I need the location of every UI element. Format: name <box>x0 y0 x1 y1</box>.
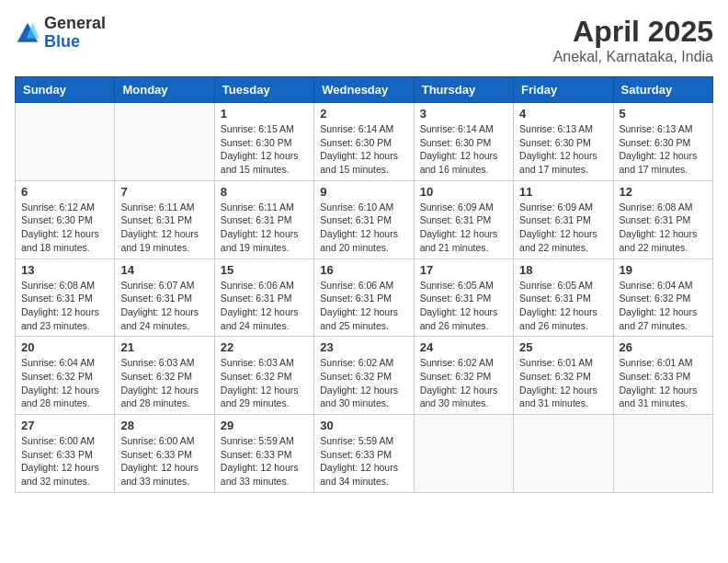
logo: General Blue <box>15 15 106 52</box>
day-info: Sunrise: 6:14 AM Sunset: 6:30 PM Dayligh… <box>420 122 507 177</box>
weekday-header-cell: Sunday <box>16 77 115 103</box>
calendar-week-row: 1Sunrise: 6:15 AM Sunset: 6:30 PM Daylig… <box>16 103 713 181</box>
calendar-day-cell: 1Sunrise: 6:15 AM Sunset: 6:30 PM Daylig… <box>214 103 313 181</box>
calendar-week-row: 13Sunrise: 6:08 AM Sunset: 6:31 PM Dayli… <box>16 259 713 337</box>
day-info: Sunrise: 6:09 AM Sunset: 6:31 PM Dayligh… <box>519 201 607 255</box>
calendar-day-cell: 19Sunrise: 6:04 AM Sunset: 6:32 PM Dayli… <box>613 259 712 337</box>
day-number: 16 <box>320 263 407 277</box>
day-info: Sunrise: 6:01 AM Sunset: 6:32 PM Dayligh… <box>519 356 607 410</box>
day-info: Sunrise: 6:13 AM Sunset: 6:30 PM Dayligh… <box>620 122 707 177</box>
day-info: Sunrise: 6:03 AM Sunset: 6:32 PM Dayligh… <box>120 356 208 410</box>
day-number: 14 <box>120 263 208 277</box>
day-info: Sunrise: 6:08 AM Sunset: 6:31 PM Dayligh… <box>620 201 707 255</box>
calendar-day-cell: 29Sunrise: 5:59 AM Sunset: 6:33 PM Dayli… <box>214 415 313 493</box>
day-number: 8 <box>221 185 308 199</box>
day-number: 3 <box>420 107 507 121</box>
calendar-day-cell: 4Sunrise: 6:13 AM Sunset: 6:30 PM Daylig… <box>514 103 613 181</box>
calendar-day-cell: 15Sunrise: 6:06 AM Sunset: 6:31 PM Dayli… <box>214 259 313 337</box>
weekday-header-cell: Friday <box>514 77 613 103</box>
weekday-header-cell: Tuesday <box>214 77 313 103</box>
day-info: Sunrise: 6:05 AM Sunset: 6:31 PM Dayligh… <box>420 279 507 333</box>
calendar-day-cell: 24Sunrise: 6:02 AM Sunset: 6:32 PM Dayli… <box>414 337 513 415</box>
day-number: 1 <box>221 107 308 121</box>
day-number: 9 <box>320 185 407 199</box>
day-info: Sunrise: 6:15 AM Sunset: 6:30 PM Dayligh… <box>221 122 308 177</box>
calendar-day-cell: 14Sunrise: 6:07 AM Sunset: 6:31 PM Dayli… <box>115 259 214 337</box>
calendar-day-cell: 5Sunrise: 6:13 AM Sunset: 6:30 PM Daylig… <box>613 103 712 181</box>
calendar-day-cell: 28Sunrise: 6:00 AM Sunset: 6:33 PM Dayli… <box>115 415 214 493</box>
day-number: 5 <box>620 107 707 121</box>
weekday-header-cell: Saturday <box>613 77 712 103</box>
day-number: 30 <box>320 419 407 432</box>
day-number: 13 <box>21 263 108 277</box>
page-header: General Blue April 2025 Anekal, Karnatak… <box>15 15 713 65</box>
day-number: 17 <box>420 263 507 277</box>
day-info: Sunrise: 6:12 AM Sunset: 6:30 PM Dayligh… <box>21 201 108 255</box>
weekday-header-row: SundayMondayTuesdayWednesdayThursdayFrid… <box>16 77 713 103</box>
day-number: 25 <box>519 340 607 354</box>
day-info: Sunrise: 6:07 AM Sunset: 6:31 PM Dayligh… <box>120 279 208 333</box>
day-number: 18 <box>519 263 607 277</box>
day-info: Sunrise: 6:03 AM Sunset: 6:32 PM Dayligh… <box>221 356 308 410</box>
calendar-day-cell: 20Sunrise: 6:04 AM Sunset: 6:32 PM Dayli… <box>16 337 115 415</box>
day-number: 21 <box>120 340 208 354</box>
day-number: 15 <box>221 263 308 277</box>
calendar-day-cell: 12Sunrise: 6:08 AM Sunset: 6:31 PM Dayli… <box>613 180 712 259</box>
day-number: 10 <box>420 185 507 199</box>
day-info: Sunrise: 6:14 AM Sunset: 6:30 PM Dayligh… <box>320 122 407 177</box>
day-info: Sunrise: 6:02 AM Sunset: 6:32 PM Dayligh… <box>420 356 507 410</box>
day-info: Sunrise: 6:09 AM Sunset: 6:31 PM Dayligh… <box>420 201 507 255</box>
logo-blue-text: Blue <box>44 32 80 51</box>
day-info: Sunrise: 6:06 AM Sunset: 6:31 PM Dayligh… <box>221 279 308 333</box>
logo-icon <box>15 20 40 46</box>
calendar-day-cell: 6Sunrise: 6:12 AM Sunset: 6:30 PM Daylig… <box>16 180 115 259</box>
calendar-day-cell: 23Sunrise: 6:02 AM Sunset: 6:32 PM Dayli… <box>314 337 414 415</box>
day-info: Sunrise: 6:08 AM Sunset: 6:31 PM Dayligh… <box>21 279 108 333</box>
calendar-body: 1Sunrise: 6:15 AM Sunset: 6:30 PM Daylig… <box>16 103 713 493</box>
day-number: 7 <box>120 185 208 199</box>
calendar-day-cell: 10Sunrise: 6:09 AM Sunset: 6:31 PM Dayli… <box>414 180 513 259</box>
day-info: Sunrise: 5:59 AM Sunset: 6:33 PM Dayligh… <box>221 434 308 488</box>
weekday-header-cell: Monday <box>115 77 214 103</box>
calendar-week-row: 20Sunrise: 6:04 AM Sunset: 6:32 PM Dayli… <box>16 337 713 415</box>
day-info: Sunrise: 6:11 AM Sunset: 6:31 PM Dayligh… <box>120 201 208 255</box>
calendar-day-cell <box>514 415 613 493</box>
logo-general-text: General <box>44 14 106 32</box>
day-info: Sunrise: 6:10 AM Sunset: 6:31 PM Dayligh… <box>320 201 407 255</box>
day-number: 24 <box>420 340 507 354</box>
calendar-day-cell: 11Sunrise: 6:09 AM Sunset: 6:31 PM Dayli… <box>514 180 613 259</box>
calendar-week-row: 27Sunrise: 6:00 AM Sunset: 6:33 PM Dayli… <box>16 415 713 493</box>
day-info: Sunrise: 6:01 AM Sunset: 6:33 PM Dayligh… <box>620 356 707 410</box>
day-info: Sunrise: 6:04 AM Sunset: 6:32 PM Dayligh… <box>21 356 108 410</box>
day-number: 28 <box>120 419 208 432</box>
day-number: 2 <box>320 107 407 121</box>
day-info: Sunrise: 6:02 AM Sunset: 6:32 PM Dayligh… <box>320 356 407 410</box>
day-info: Sunrise: 5:59 AM Sunset: 6:33 PM Dayligh… <box>320 434 407 488</box>
day-number: 29 <box>221 419 308 432</box>
calendar-day-cell: 26Sunrise: 6:01 AM Sunset: 6:33 PM Dayli… <box>613 337 712 415</box>
day-info: Sunrise: 6:13 AM Sunset: 6:30 PM Dayligh… <box>519 122 607 177</box>
day-number: 19 <box>620 263 707 277</box>
weekday-header-cell: Thursday <box>414 77 513 103</box>
calendar-day-cell <box>613 415 712 493</box>
calendar-day-cell: 2Sunrise: 6:14 AM Sunset: 6:30 PM Daylig… <box>314 103 414 181</box>
day-number: 6 <box>21 185 108 199</box>
calendar-day-cell: 7Sunrise: 6:11 AM Sunset: 6:31 PM Daylig… <box>115 180 214 259</box>
calendar-day-cell: 9Sunrise: 6:10 AM Sunset: 6:31 PM Daylig… <box>314 180 414 259</box>
calendar-day-cell <box>115 103 214 181</box>
calendar-day-cell: 25Sunrise: 6:01 AM Sunset: 6:32 PM Dayli… <box>514 337 613 415</box>
calendar-day-cell <box>16 103 115 181</box>
calendar-week-row: 6Sunrise: 6:12 AM Sunset: 6:30 PM Daylig… <box>16 180 713 259</box>
calendar-day-cell: 3Sunrise: 6:14 AM Sunset: 6:30 PM Daylig… <box>414 103 513 181</box>
calendar-day-cell: 17Sunrise: 6:05 AM Sunset: 6:31 PM Dayli… <box>414 259 513 337</box>
calendar-day-cell: 21Sunrise: 6:03 AM Sunset: 6:32 PM Dayli… <box>115 337 214 415</box>
calendar-table: SundayMondayTuesdayWednesdayThursdayFrid… <box>15 76 713 493</box>
calendar-day-cell: 22Sunrise: 6:03 AM Sunset: 6:32 PM Dayli… <box>214 337 313 415</box>
day-number: 12 <box>620 185 707 199</box>
title-block: April 2025 Anekal, Karnataka, India <box>553 15 713 65</box>
calendar-day-cell: 27Sunrise: 6:00 AM Sunset: 6:33 PM Dayli… <box>16 415 115 493</box>
day-number: 22 <box>221 340 308 354</box>
calendar-day-cell <box>414 415 513 493</box>
day-info: Sunrise: 6:06 AM Sunset: 6:31 PM Dayligh… <box>320 279 407 333</box>
day-info: Sunrise: 6:11 AM Sunset: 6:31 PM Dayligh… <box>221 201 308 255</box>
